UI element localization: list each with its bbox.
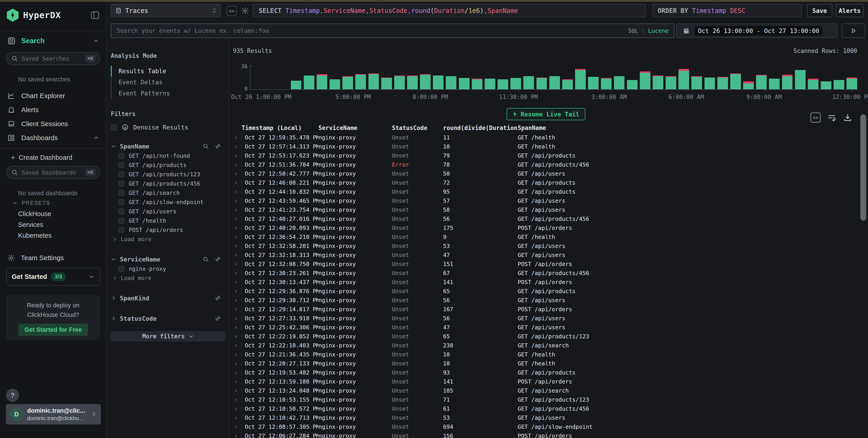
row-expand-icon[interactable]: › (233, 306, 242, 312)
row-expand-icon[interactable]: › (233, 261, 242, 267)
run-query-button[interactable] (842, 24, 865, 38)
table-row[interactable]: ›Oct 27 12:46:08.221 PMnginx-proxyUnset7… (233, 178, 859, 187)
search-icon[interactable] (203, 143, 209, 149)
sidebar-item-team-settings[interactable]: Team Settings (7, 252, 64, 264)
analysis-mode-event-deltas[interactable]: Event Deltas (111, 77, 229, 88)
saved-searches-input[interactable]: Saved Searches ⌘K (6, 52, 100, 65)
table-row[interactable]: ›Oct 27 12:51:36.784 PMnginx-proxyError7… (233, 160, 859, 169)
histogram-bar[interactable] (317, 66, 327, 89)
row-expand-icon[interactable]: › (233, 161, 242, 168)
order-by-input[interactable]: ORDER BY Timestamp DESC (653, 4, 802, 17)
row-expand-icon[interactable]: › (233, 206, 242, 213)
sql-select-input[interactable]: SELECT Timestamp,ServiceName,StatusCode,… (253, 4, 646, 17)
table-row[interactable]: ›Oct 27 12:30:13.437 PMnginx-proxyUnset1… (233, 277, 859, 287)
table-row[interactable]: ›Oct 27 12:57:14.313 PMnginx-proxyUnset1… (233, 142, 859, 151)
row-expand-icon[interactable]: › (233, 387, 242, 394)
pin-icon[interactable] (214, 295, 221, 301)
sidebar-item-clickhouse[interactable]: ClickHouse (18, 209, 51, 219)
column-header-servicename[interactable]: ServiceName (318, 125, 392, 131)
row-expand-icon[interactable]: › (233, 315, 242, 322)
checkbox[interactable] (119, 190, 124, 196)
histogram-bar[interactable] (743, 66, 754, 89)
table-row[interactable]: ›Oct 27 12:50:42.777 PMnginx-proxyUnset5… (233, 169, 859, 178)
text-wrap-icon[interactable] (827, 113, 836, 122)
filter-item[interactable]: POST /api/orders (111, 225, 229, 235)
table-row[interactable]: ›Oct 27 12:10:50.572 PMnginx-proxyUnset6… (233, 404, 859, 413)
checkbox[interactable] (119, 227, 124, 233)
pin-icon[interactable] (214, 256, 221, 262)
row-expand-icon[interactable]: › (233, 414, 242, 421)
row-expand-icon[interactable]: › (233, 179, 242, 186)
checkbox[interactable] (119, 172, 124, 177)
table-row[interactable]: ›Oct 27 12:19:53.482 PMnginx-proxyUnset9… (233, 368, 859, 377)
histogram-bar[interactable] (368, 66, 379, 89)
histogram-bar[interactable] (691, 66, 702, 89)
sidebar-item-services[interactable]: Services (18, 220, 43, 230)
row-expand-icon[interactable]: › (233, 197, 242, 204)
help-button[interactable]: ? (6, 389, 19, 402)
filter-item[interactable]: GET /health (111, 216, 229, 225)
histogram-bar[interactable] (420, 66, 431, 89)
column-header-spanname[interactable]: SpanName (518, 125, 859, 131)
sidebar-item-kubernetes[interactable]: Kubernetes (18, 231, 52, 240)
table-row[interactable]: ›Oct 27 12:43:59.465 PMnginx-proxyUnset5… (233, 196, 859, 205)
table-row[interactable]: ›Oct 27 12:36:54.210 PMnginx-proxyUnset9… (233, 232, 859, 241)
table-row[interactable]: ›Oct 27 12:22:19.852 PMnginx-proxyUnset6… (233, 332, 859, 341)
histogram-bar[interactable] (523, 66, 534, 89)
histogram-bar[interactable] (498, 66, 508, 89)
table-row[interactable]: ›Oct 27 12:59:35.478 PMnginx-proxyUnset1… (233, 133, 859, 142)
saved-dashboards-input[interactable]: Saved Dashboards ⌘K (6, 166, 100, 179)
sidebar-collapse-icon[interactable] (90, 10, 100, 20)
sidebar-item-dashboards[interactable]: Dashboards (7, 132, 99, 144)
histogram-bar[interactable] (342, 66, 353, 89)
checkbox[interactable] (119, 181, 124, 187)
table-row[interactable]: ›Oct 27 12:25:42.306 PMnginx-proxyUnset4… (233, 323, 859, 332)
sql-mode-toggle[interactable]: SQL (628, 28, 638, 34)
table-row[interactable]: ›Oct 27 12:22:10.403 PMnginx-proxyUnset2… (233, 341, 859, 350)
resume-live-tail-button[interactable]: Resume Live Tail (506, 108, 585, 120)
histogram-bar[interactable] (394, 66, 405, 89)
table-row[interactable]: ›Oct 27 12:20:27.133 PMnginx-proxyUnset1… (233, 359, 859, 368)
histogram-bar[interactable] (575, 66, 586, 89)
histogram-bar[interactable] (355, 66, 366, 89)
filter-item[interactable]: GET /api/products (111, 161, 229, 170)
checkbox[interactable] (111, 124, 117, 130)
filter-group-spankind[interactable]: SpanKind (111, 293, 229, 303)
row-expand-icon[interactable]: › (233, 360, 242, 367)
histogram-bar[interactable] (846, 66, 857, 89)
checkbox[interactable] (119, 209, 124, 214)
histogram-bar[interactable] (485, 66, 495, 89)
more-filters-button[interactable]: More filters (111, 331, 225, 341)
search-icon[interactable] (203, 256, 209, 262)
table-row[interactable]: ›Oct 27 12:10:42.713 PMnginx-proxyUnset5… (233, 413, 859, 422)
histogram-bar[interactable] (304, 66, 314, 89)
row-expand-icon[interactable]: › (233, 242, 242, 249)
sidebar-item-chart-explorer[interactable]: Chart Explorer (7, 90, 99, 102)
load-more-spanname[interactable]: Load more (111, 235, 229, 244)
row-expand-icon[interactable]: › (233, 170, 242, 177)
histogram-bar[interactable] (756, 66, 767, 89)
lucene-mode-toggle[interactable]: Lucene (648, 28, 669, 34)
download-icon[interactable] (843, 113, 852, 122)
source-select[interactable]: Traces (111, 4, 221, 17)
row-expand-icon[interactable]: › (233, 423, 242, 430)
histogram-bar[interactable] (717, 66, 728, 89)
histogram-bar[interactable] (446, 66, 456, 89)
column-header-duration[interactable]: round(divide(Duration, (443, 125, 518, 131)
analysis-mode-results-table[interactable]: Results Table (111, 66, 229, 77)
table-row[interactable]: ›Oct 27 12:13:24.048 PMnginx-proxyUnset1… (233, 386, 859, 395)
histogram-bar[interactable] (601, 66, 612, 89)
scrollbar-thumb[interactable] (860, 114, 866, 221)
filter-item[interactable]: GET /api/products/456 (111, 179, 229, 188)
sidebar-item-alerts[interactable]: Alerts (7, 103, 99, 116)
histogram-bar[interactable] (782, 66, 793, 89)
histogram-bar[interactable] (627, 66, 638, 89)
table-row[interactable]: ›Oct 27 12:29:30.712 PMnginx-proxyUnset5… (233, 296, 859, 305)
histogram-bar[interactable] (730, 66, 741, 89)
histogram-bar[interactable] (549, 66, 560, 89)
row-expand-icon[interactable]: › (233, 143, 242, 150)
table-row[interactable]: ›Oct 27 12:32:58.201 PMnginx-proxyUnset5… (233, 241, 859, 250)
histogram-bar[interactable] (381, 66, 392, 89)
get-started-free-button[interactable]: Get Started for Free (18, 324, 88, 336)
table-row[interactable]: ›Oct 27 12:21:36.435 PMnginx-proxyUnset1… (233, 350, 859, 359)
